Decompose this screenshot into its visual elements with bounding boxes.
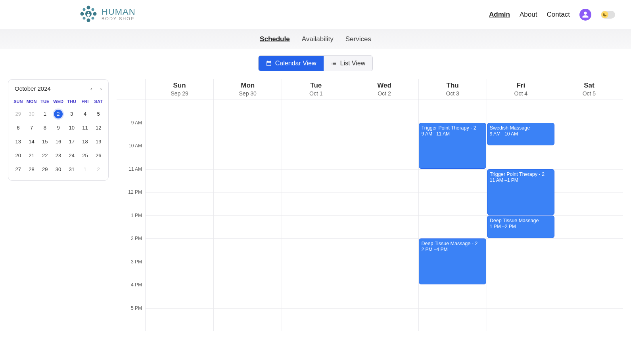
hour-cell[interactable] <box>487 285 555 308</box>
hour-cell[interactable] <box>145 169 213 192</box>
hour-cell[interactable] <box>282 285 350 308</box>
mini-cal-day[interactable]: 6 <box>12 121 25 135</box>
mini-cal-day[interactable]: 28 <box>25 162 38 176</box>
mini-cal-day[interactable]: 30 <box>52 162 65 176</box>
hour-cell[interactable] <box>213 308 282 332</box>
mini-cal-next[interactable]: › <box>100 86 102 92</box>
hour-cell[interactable] <box>418 192 487 215</box>
subnav-availability[interactable]: Availability <box>302 35 334 43</box>
hour-cell[interactable] <box>282 215 350 239</box>
hour-cell[interactable] <box>282 238 350 262</box>
hour-cell[interactable] <box>282 169 350 192</box>
mini-cal-day[interactable]: 15 <box>38 135 52 149</box>
mini-cal-day[interactable]: 17 <box>65 135 79 149</box>
hour-cell[interactable] <box>555 285 623 308</box>
hour-cell[interactable] <box>555 262 623 285</box>
mini-cal-day[interactable]: 29 <box>12 107 25 121</box>
hour-cell[interactable] <box>555 192 623 215</box>
mini-cal-day[interactable]: 4 <box>79 107 92 121</box>
hour-cell[interactable] <box>145 238 213 262</box>
nav-about[interactable]: About <box>520 11 537 19</box>
nav-contact[interactable]: Contact <box>547 11 570 19</box>
mini-cal-day[interactable]: 9 <box>52 121 65 135</box>
avatar[interactable] <box>579 9 591 21</box>
nav-admin[interactable]: Admin <box>489 11 510 19</box>
hour-cell[interactable] <box>418 308 487 332</box>
hour-cell[interactable] <box>282 192 350 215</box>
mini-cal-day[interactable]: 2 <box>52 107 65 121</box>
mini-cal-day[interactable]: 1 <box>79 162 92 176</box>
mini-cal-day[interactable]: 8 <box>38 121 52 135</box>
hour-cell[interactable] <box>213 238 282 262</box>
hour-cell[interactable] <box>282 146 350 169</box>
hour-cell[interactable] <box>555 308 623 332</box>
list-view-button[interactable]: List View <box>324 56 373 71</box>
mini-cal-day[interactable]: 29 <box>38 162 52 176</box>
subnav-services[interactable]: Services <box>345 35 371 43</box>
hour-cell[interactable] <box>555 146 623 169</box>
hour-cell[interactable] <box>487 99 555 123</box>
hour-cell[interactable] <box>350 238 418 262</box>
mini-cal-day[interactable]: 3 <box>65 107 79 121</box>
hour-cell[interactable] <box>418 169 487 192</box>
hour-cell[interactable] <box>350 123 418 146</box>
hour-cell[interactable] <box>213 262 282 285</box>
hour-cell[interactable] <box>282 99 350 123</box>
mini-cal-day[interactable]: 26 <box>92 149 105 162</box>
hour-cell[interactable] <box>418 285 487 308</box>
hour-cell[interactable] <box>350 99 418 123</box>
mini-cal-day[interactable]: 16 <box>52 135 65 149</box>
hour-cell[interactable] <box>418 215 487 239</box>
mini-cal-day[interactable]: 11 <box>79 121 92 135</box>
mini-cal-day[interactable]: 12 <box>92 121 105 135</box>
hour-cell[interactable] <box>350 262 418 285</box>
hour-cell[interactable] <box>350 215 418 239</box>
mini-cal-day[interactable]: 5 <box>92 107 105 121</box>
mini-cal-day[interactable]: 24 <box>65 149 79 162</box>
calendar-event[interactable]: Swedish Massage9 AM –10 AM <box>487 123 554 146</box>
hour-cell[interactable] <box>555 123 623 146</box>
brand-logo[interactable]: HUMAN BODY SHOP <box>79 5 136 25</box>
mini-cal-day[interactable]: 31 <box>65 162 79 176</box>
hour-cell[interactable] <box>282 123 350 146</box>
hour-cell[interactable] <box>145 146 213 169</box>
mini-cal-day[interactable]: 27 <box>12 162 25 176</box>
mini-cal-day[interactable]: 10 <box>65 121 79 135</box>
mini-cal-day[interactable]: 23 <box>52 149 65 162</box>
mini-cal-day[interactable]: 21 <box>25 149 38 162</box>
calendar-event[interactable]: Trigger Point Therapy - 29 AM –11 AM <box>419 123 486 169</box>
calendar-event[interactable]: Deep Tissue Massage - 22 PM –4 PM <box>419 238 486 284</box>
hour-cell[interactable] <box>282 262 350 285</box>
mini-cal-day[interactable]: 30 <box>25 107 38 121</box>
subnav-schedule[interactable]: Schedule <box>260 35 290 43</box>
mini-cal-day[interactable]: 18 <box>79 135 92 149</box>
hour-cell[interactable] <box>350 192 418 215</box>
hour-cell[interactable] <box>213 215 282 239</box>
hour-cell[interactable] <box>555 169 623 192</box>
hour-cell[interactable] <box>213 123 282 146</box>
hour-cell[interactable] <box>145 285 213 308</box>
hour-cell[interactable] <box>418 99 487 123</box>
hour-cell[interactable] <box>213 99 282 123</box>
hour-cell[interactable] <box>213 169 282 192</box>
mini-cal-day[interactable]: 7 <box>25 121 38 135</box>
mini-cal-day[interactable]: 25 <box>79 149 92 162</box>
mini-cal-day[interactable]: 2 <box>92 162 105 176</box>
hour-cell[interactable] <box>350 146 418 169</box>
hour-cell[interactable] <box>555 238 623 262</box>
theme-toggle[interactable] <box>601 11 615 19</box>
mini-cal-prev[interactable]: ‹ <box>90 86 92 92</box>
hour-cell[interactable] <box>487 308 555 332</box>
hour-cell[interactable] <box>487 238 555 262</box>
calendar-event[interactable]: Deep Tissue Massage1 PM –2 PM <box>487 215 554 238</box>
hour-cell[interactable] <box>555 215 623 239</box>
hour-cell[interactable] <box>350 308 418 332</box>
hour-cell[interactable] <box>282 308 350 332</box>
hour-cell[interactable] <box>145 308 213 332</box>
hour-cell[interactable] <box>145 123 213 146</box>
hour-cell[interactable] <box>487 262 555 285</box>
mini-cal-day[interactable]: 19 <box>92 135 105 149</box>
hour-cell[interactable] <box>213 146 282 169</box>
mini-cal-day[interactable]: 20 <box>12 149 25 162</box>
hour-cell[interactable] <box>145 99 213 123</box>
